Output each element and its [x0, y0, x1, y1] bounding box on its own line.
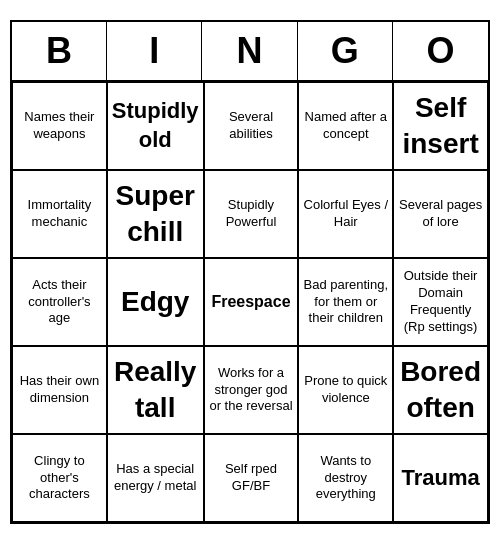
- bingo-cell[interactable]: Acts their controller's age: [12, 258, 107, 346]
- bingo-header: BINGO: [12, 22, 488, 82]
- cell-text: Named after a concept: [303, 109, 388, 143]
- cell-text: Immortality mechanic: [17, 197, 102, 231]
- bingo-cell[interactable]: Really tall: [107, 346, 204, 434]
- bingo-cell[interactable]: Trauma: [393, 434, 488, 522]
- bingo-cell[interactable]: Colorful Eyes / Hair: [298, 170, 393, 258]
- header-letter: B: [12, 22, 107, 80]
- cell-text: Edgy: [121, 284, 189, 320]
- bingo-cell[interactable]: Bad parenting, for them or their childre…: [298, 258, 393, 346]
- cell-text: Self rped GF/BF: [209, 461, 294, 495]
- cell-text: Trauma: [401, 464, 479, 493]
- cell-text: Has their own dimension: [17, 373, 102, 407]
- bingo-cell[interactable]: Super chill: [107, 170, 204, 258]
- cell-text: Prone to quick violence: [303, 373, 388, 407]
- bingo-cell[interactable]: Outside their Domain Frequently (Rp sett…: [393, 258, 488, 346]
- cell-text: Bad parenting, for them or their childre…: [303, 277, 388, 328]
- bingo-cell[interactable]: Stupidly old: [107, 82, 204, 170]
- cell-text: Has a special energy / metal: [112, 461, 199, 495]
- bingo-cell[interactable]: Works for a stronger god or the reversal: [204, 346, 299, 434]
- bingo-cell[interactable]: Several abilities: [204, 82, 299, 170]
- bingo-cell[interactable]: Named after a concept: [298, 82, 393, 170]
- cell-text: Bored often: [398, 354, 483, 427]
- bingo-cell[interactable]: Self insert: [393, 82, 488, 170]
- cell-text: Names their weapons: [17, 109, 102, 143]
- bingo-cell[interactable]: Self rped GF/BF: [204, 434, 299, 522]
- cell-text: Super chill: [112, 178, 199, 251]
- cell-text: Freespace: [211, 292, 290, 313]
- cell-text: Stupidly Powerful: [209, 197, 294, 231]
- bingo-cell[interactable]: Has a special energy / metal: [107, 434, 204, 522]
- bingo-card: BINGO Names their weaponsStupidly oldSev…: [10, 20, 490, 524]
- cell-text: Self insert: [398, 90, 483, 163]
- cell-text: Wants to destroy everything: [303, 453, 388, 504]
- bingo-cell[interactable]: Edgy: [107, 258, 204, 346]
- cell-text: Stupidly old: [112, 97, 199, 154]
- bingo-cell[interactable]: Has their own dimension: [12, 346, 107, 434]
- bingo-cell[interactable]: Stupidly Powerful: [204, 170, 299, 258]
- bingo-cell[interactable]: Wants to destroy everything: [298, 434, 393, 522]
- cell-text: Works for a stronger god or the reversal: [209, 365, 294, 416]
- bingo-grid: Names their weaponsStupidly oldSeveral a…: [12, 82, 488, 522]
- bingo-cell[interactable]: Names their weapons: [12, 82, 107, 170]
- header-letter: G: [298, 22, 393, 80]
- cell-text: Several pages of lore: [398, 197, 483, 231]
- bingo-cell[interactable]: Freespace: [204, 258, 299, 346]
- cell-text: Really tall: [112, 354, 199, 427]
- header-letter: O: [393, 22, 488, 80]
- cell-text: Outside their Domain Frequently (Rp sett…: [398, 268, 483, 336]
- bingo-cell[interactable]: Immortality mechanic: [12, 170, 107, 258]
- cell-text: Several abilities: [209, 109, 294, 143]
- bingo-cell[interactable]: Prone to quick violence: [298, 346, 393, 434]
- cell-text: Colorful Eyes / Hair: [303, 197, 388, 231]
- header-letter: N: [202, 22, 297, 80]
- cell-text: Acts their controller's age: [17, 277, 102, 328]
- cell-text: Clingy to other's characters: [17, 453, 102, 504]
- bingo-cell[interactable]: Several pages of lore: [393, 170, 488, 258]
- bingo-cell[interactable]: Bored often: [393, 346, 488, 434]
- bingo-cell[interactable]: Clingy to other's characters: [12, 434, 107, 522]
- header-letter: I: [107, 22, 202, 80]
